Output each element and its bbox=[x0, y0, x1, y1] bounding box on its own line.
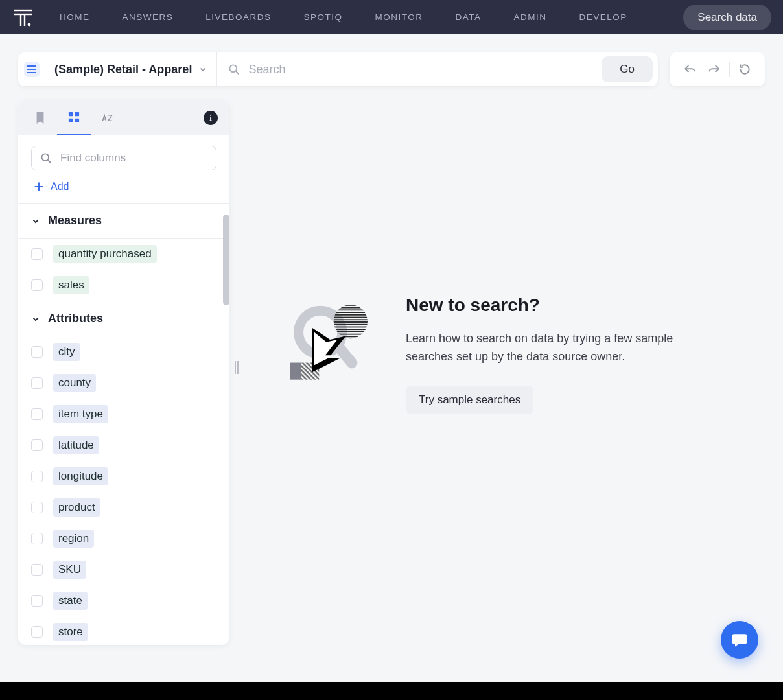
search-data-button[interactable]: Search data bbox=[683, 5, 771, 30]
datasource-selector[interactable]: (Sample) Retail - Apparel bbox=[45, 52, 217, 86]
column-pill[interactable]: store bbox=[53, 623, 88, 641]
svg-point-4 bbox=[28, 23, 31, 26]
empty-heading: New to search? bbox=[406, 295, 678, 316]
list-item: product bbox=[18, 492, 229, 523]
column-pill[interactable]: quantity purchased bbox=[53, 245, 157, 263]
data-panel-tabs: i bbox=[18, 100, 229, 135]
history-controls bbox=[670, 52, 765, 86]
column-pill[interactable]: SKU bbox=[53, 561, 86, 579]
measures-list: quantity purchased sales bbox=[18, 238, 229, 301]
column-pill[interactable]: latitude bbox=[53, 436, 99, 454]
svg-rect-11 bbox=[75, 111, 79, 115]
nav-data[interactable]: DATA bbox=[456, 12, 482, 22]
checkbox[interactable] bbox=[31, 346, 43, 358]
nav-items: HOME ANSWERS LIVEBOARDS SPOTIQ MONITOR D… bbox=[60, 12, 627, 22]
add-button[interactable]: Add bbox=[18, 173, 229, 203]
checkbox[interactable] bbox=[31, 279, 43, 291]
top-nav: HOME ANSWERS LIVEBOARDS SPOTIQ MONITOR D… bbox=[0, 0, 783, 34]
list-item: item type bbox=[18, 399, 229, 430]
nav-admin[interactable]: ADMIN bbox=[514, 12, 547, 22]
add-label: Add bbox=[51, 181, 69, 192]
checkbox[interactable] bbox=[31, 248, 43, 260]
column-pill[interactable]: sales bbox=[53, 276, 89, 294]
column-pill[interactable]: county bbox=[53, 374, 96, 392]
svg-rect-5 bbox=[27, 65, 36, 67]
nav-monitor[interactable]: MONITOR bbox=[375, 12, 423, 22]
chat-launcher[interactable] bbox=[721, 621, 758, 659]
column-pill[interactable]: city bbox=[53, 343, 80, 361]
svg-rect-13 bbox=[75, 118, 79, 122]
svg-line-9 bbox=[236, 71, 239, 75]
svg-rect-10 bbox=[69, 111, 73, 115]
checkbox[interactable] bbox=[31, 595, 43, 607]
checkbox[interactable] bbox=[31, 439, 43, 451]
nav-spotiq[interactable]: SPOTIQ bbox=[304, 12, 343, 22]
svg-line-15 bbox=[48, 160, 51, 163]
data-panel: i Add Measures bbox=[18, 100, 229, 645]
checkbox[interactable] bbox=[31, 564, 43, 576]
find-columns-input[interactable] bbox=[60, 152, 208, 165]
chevron-down-icon bbox=[31, 216, 40, 226]
list-item: latitude bbox=[18, 430, 229, 461]
list-item: sales bbox=[18, 270, 229, 301]
search-input[interactable] bbox=[248, 63, 591, 76]
datasource-panel-toggle[interactable] bbox=[18, 62, 45, 77]
nav-liveboards[interactable]: LIVEBOARDS bbox=[205, 12, 271, 22]
list-item: quantity purchased bbox=[18, 239, 229, 270]
column-pill[interactable]: longitude bbox=[53, 467, 108, 485]
section-attributes-header[interactable]: Attributes bbox=[18, 301, 229, 336]
redo-button[interactable] bbox=[702, 57, 727, 82]
plus-icon bbox=[34, 181, 44, 192]
tab-az[interactable] bbox=[91, 100, 124, 135]
column-pill[interactable]: state bbox=[53, 592, 88, 610]
attributes-list: city county item type latitude longitude… bbox=[18, 336, 229, 645]
tab-grid[interactable] bbox=[57, 100, 91, 135]
app-logo[interactable] bbox=[12, 6, 34, 29]
list-item: longitude bbox=[18, 461, 229, 492]
try-sample-button[interactable]: Try sample searches bbox=[406, 386, 533, 414]
list-item: SKU bbox=[18, 554, 229, 585]
empty-state-graphic bbox=[283, 295, 380, 386]
section-title: Attributes bbox=[48, 312, 103, 325]
list-item: state bbox=[18, 585, 229, 616]
checkbox[interactable] bbox=[31, 377, 43, 389]
go-button[interactable]: Go bbox=[602, 56, 653, 82]
svg-point-24 bbox=[334, 305, 368, 338]
svg-rect-25 bbox=[290, 363, 301, 380]
nav-home[interactable]: HOME bbox=[60, 12, 90, 22]
checkbox[interactable] bbox=[31, 408, 43, 420]
nav-answers[interactable]: ANSWERS bbox=[123, 12, 174, 22]
section-measures-header[interactable]: Measures bbox=[18, 203, 229, 238]
search-bar: (Sample) Retail - Apparel Go bbox=[18, 52, 658, 86]
info-icon[interactable]: i bbox=[204, 111, 218, 125]
empty-body: Learn how to search on data by trying a … bbox=[406, 330, 678, 366]
panel-resize-handle[interactable] bbox=[229, 360, 244, 375]
svg-point-8 bbox=[230, 65, 237, 72]
list-item: region bbox=[18, 523, 229, 554]
checkbox[interactable] bbox=[31, 502, 43, 513]
column-pill[interactable]: item type bbox=[53, 405, 108, 423]
svg-rect-7 bbox=[27, 72, 36, 73]
svg-rect-6 bbox=[27, 69, 36, 70]
chevron-down-icon bbox=[198, 65, 207, 74]
list-item: city bbox=[18, 336, 229, 368]
column-pill[interactable]: region bbox=[53, 530, 94, 548]
section-title: Measures bbox=[48, 214, 102, 228]
svg-rect-12 bbox=[69, 118, 73, 122]
checkbox[interactable] bbox=[31, 533, 43, 544]
undo-button[interactable] bbox=[677, 57, 702, 82]
datasource-name: (Sample) Retail - Apparel bbox=[54, 63, 192, 76]
checkbox[interactable] bbox=[31, 471, 43, 482]
search-icon bbox=[228, 63, 240, 76]
tab-bookmarks[interactable] bbox=[23, 100, 57, 135]
footer-bar bbox=[0, 682, 783, 700]
reset-button[interactable] bbox=[732, 57, 757, 82]
checkbox[interactable] bbox=[31, 626, 43, 638]
nav-develop[interactable]: DEVELOP bbox=[579, 12, 627, 22]
column-pill[interactable]: product bbox=[53, 498, 100, 517]
divider bbox=[729, 62, 730, 77]
scrollbar[interactable] bbox=[223, 215, 229, 305]
empty-state: New to search? Learn how to search on da… bbox=[244, 100, 765, 645]
search-icon bbox=[40, 152, 53, 165]
list-item: store bbox=[18, 616, 229, 645]
